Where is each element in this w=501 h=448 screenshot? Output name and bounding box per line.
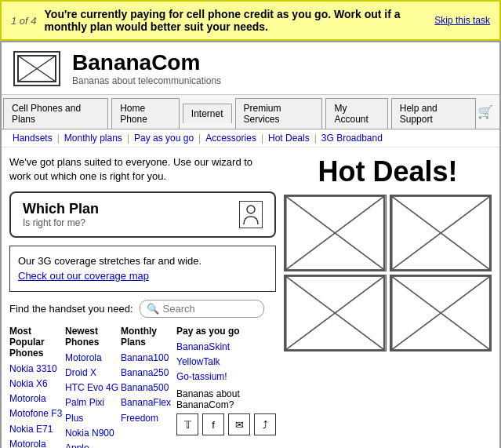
cart-icon[interactable]: 🛒	[477, 104, 493, 119]
search-label: Find the handset you need:	[9, 303, 133, 315]
most-popular-heading: Most Popular Phones	[9, 326, 65, 359]
link-motorola-motofone[interactable]: Motorola Motofone F3	[9, 392, 65, 421]
search-input[interactable]	[163, 303, 257, 315]
which-plan-title: Which Plan	[23, 201, 99, 217]
hot-deal-item-4[interactable]	[390, 275, 492, 351]
share-icon[interactable]: ⤴	[254, 413, 276, 435]
bottom-links: Most Popular Phones Nokia 3310 Nokia X6 …	[9, 326, 276, 448]
newest-heading: Newest Phones	[65, 326, 121, 348]
search-row: Find the handset you need: 🔍	[9, 300, 276, 318]
logo-tagline: Bananas about telecommunications	[72, 75, 221, 86]
link-banana100[interactable]: Banana100	[121, 351, 176, 366]
intro-text: We've got plans suited to everyone. Use …	[9, 155, 276, 184]
person-icon	[239, 201, 263, 228]
link-banana250[interactable]: Banana250	[121, 366, 176, 381]
hot-deal-item-2[interactable]	[390, 195, 492, 271]
svg-point-3	[247, 206, 255, 213]
facebook-icon[interactable]: f	[202, 413, 224, 435]
sub-nav: Handsets | Monthly plans | Pay as you go…	[2, 129, 499, 148]
logo-name: BananaCom	[72, 50, 221, 75]
subnav-monthly[interactable]: Monthly plans	[64, 133, 122, 144]
link-palm-pixi[interactable]: Palm Pixi Plus	[65, 395, 121, 425]
twitter-icon[interactable]: 𝕋	[176, 413, 198, 435]
payasyougo-heading: Pay as you go	[176, 326, 276, 337]
link-nokia-x6[interactable]: Nokia X6	[9, 377, 65, 392]
coverage-text: Our 3G coverage stretches far and wide.	[18, 255, 201, 267]
hot-deals-title: Hot Deals!	[284, 155, 492, 188]
logo-text: BananaCom Bananas about telecommunicatio…	[72, 50, 221, 86]
main-container: BananaCom Bananas about telecommunicatio…	[0, 41, 501, 448]
nav-help[interactable]: Help and Support	[391, 98, 476, 129]
subnav-payasyougo[interactable]: Pay as you go	[134, 133, 194, 144]
top-banner: 1 of 4 You're currently paying for cell …	[0, 0, 501, 41]
link-motorola-razr[interactable]: Motorola RAZR V3	[9, 437, 65, 448]
link-htc-evo[interactable]: HTC Evo 4G	[65, 381, 121, 395]
link-iphone-3gs[interactable]: Apple iPhone 3GS	[65, 441, 121, 448]
link-yellowtalk[interactable]: YellowTalk	[176, 355, 276, 370]
link-gotassium[interactable]: Go-tassium!	[176, 370, 276, 384]
link-banana500[interactable]: Banana500	[121, 381, 176, 395]
banner-counter: 1 of 4	[11, 15, 37, 27]
link-nokia-n900[interactable]: Nokia N900	[65, 426, 121, 441]
hot-deal-item-3[interactable]	[284, 275, 387, 351]
most-popular-col: Most Popular Phones Nokia 3310 Nokia X6 …	[9, 326, 65, 448]
subnav-broadband[interactable]: 3G Broadband	[321, 133, 383, 144]
payasyougo-col: Pay as you go BananaSkint YellowTalk Go-…	[176, 326, 276, 448]
header: BananaCom Bananas about telecommunicatio…	[2, 42, 499, 95]
link-bananaskint[interactable]: BananaSkint	[176, 340, 276, 355]
which-plan-subtitle: Is right for me?	[23, 217, 99, 228]
link-nokia-e71[interactable]: Nokia E71	[9, 422, 65, 437]
nav-account[interactable]: My Account	[325, 98, 387, 129]
subnav-handsets[interactable]: Handsets	[13, 133, 53, 144]
monthly-col: Monthly Plans Banana100 Banana250 Banana…	[121, 326, 176, 448]
email-icon[interactable]: ✉	[228, 413, 250, 435]
search-input-wrap[interactable]: 🔍	[140, 300, 264, 318]
logo-icon	[13, 51, 60, 86]
link-freedom[interactable]: Freedom	[121, 411, 176, 426]
link-nokia-3310[interactable]: Nokia 3310	[9, 362, 65, 377]
nav-premium[interactable]: Premium Services	[235, 98, 323, 129]
monthly-heading: Monthly Plans	[121, 326, 176, 348]
social-section: Bananas about BananaCom? 𝕋 f ✉ ⤴	[176, 388, 276, 435]
which-plan-box[interactable]: Which Plan Is right for me?	[9, 191, 276, 238]
coverage-link[interactable]: Check out our coverage map	[18, 270, 149, 282]
nav-cell-phones[interactable]: Cell Phones and Plans	[3, 98, 108, 129]
hot-deal-item-1[interactable]	[284, 195, 387, 271]
social-label: Bananas about BananaCom?	[176, 388, 276, 410]
banner-text: You're currently paying for cell phone c…	[45, 8, 435, 33]
right-column: Hot Deals!	[284, 155, 492, 448]
coverage-box: Our 3G coverage stretches far and wide. …	[9, 246, 276, 291]
hot-deals-grid	[284, 195, 492, 351]
social-icons: 𝕋 f ✉ ⤴	[176, 413, 276, 435]
search-icon: 🔍	[147, 303, 159, 315]
nav-internet[interactable]: Internet	[183, 104, 232, 123]
subnav-accessories[interactable]: Accessories	[205, 133, 256, 144]
nav-bar: Cell Phones and Plans Home Phone Interne…	[2, 95, 499, 129]
left-column: We've got plans suited to everyone. Use …	[9, 155, 276, 448]
content-area: We've got plans suited to everyone. Use …	[2, 148, 499, 448]
newest-col: Newest Phones Motorola Droid X HTC Evo 4…	[65, 326, 121, 448]
skip-link[interactable]: Skip this task	[434, 15, 490, 26]
subnav-hotdeals[interactable]: Hot Deals	[268, 133, 310, 144]
nav-home-phone[interactable]: Home Phone	[111, 98, 180, 129]
link-bananaflex[interactable]: BananaFlex	[121, 395, 176, 410]
link-motorola-droid[interactable]: Motorola Droid X	[65, 351, 121, 381]
